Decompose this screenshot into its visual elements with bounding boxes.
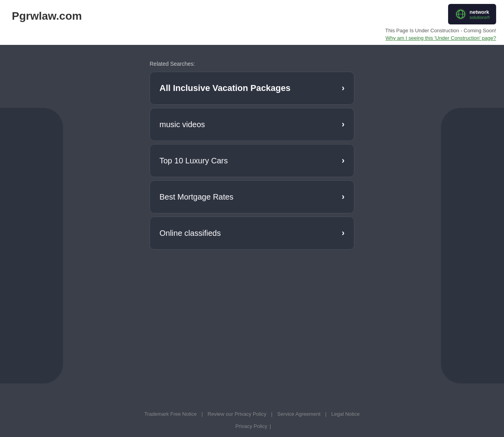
ns-logo-icon xyxy=(454,8,467,20)
status-text: This Page Is Under Construction - Coming… xyxy=(385,26,496,33)
privacy-separator: | xyxy=(270,423,271,429)
search-item-2[interactable]: music videos › xyxy=(150,108,354,141)
search-item-label-2: music videos xyxy=(159,120,205,129)
chevron-right-icon-4: › xyxy=(342,192,345,202)
related-searches-label: Related Searches: xyxy=(150,61,195,67)
legal-notice-link[interactable]: Legal Notice xyxy=(326,411,364,417)
main-content: Related Searches: All Inclusive Vacation… xyxy=(0,45,504,399)
search-item-5[interactable]: Online classifieds › xyxy=(150,217,354,250)
chevron-right-icon-5: › xyxy=(342,228,345,238)
chevron-right-icon-1: › xyxy=(342,83,345,93)
search-items-container: All Inclusive Vacation Packages › music … xyxy=(150,72,354,253)
search-item-label-5: Online classifieds xyxy=(159,229,221,238)
network-solutions-logo[interactable]: network solutions® xyxy=(448,4,496,24)
chevron-right-icon-3: › xyxy=(342,156,345,166)
review-privacy-policy-link[interactable]: Review our Privacy Policy xyxy=(203,411,271,417)
under-construction-link[interactable]: Why am I seeing this 'Under Construction… xyxy=(385,35,496,41)
footer: Trademark Free Notice | Review our Priva… xyxy=(0,399,504,437)
site-title: Pgrwlaw.com xyxy=(12,4,82,22)
search-item-label-3: Top 10 Luxury Cars xyxy=(159,156,228,165)
search-item-1[interactable]: All Inclusive Vacation Packages › xyxy=(150,72,354,105)
ns-logo-text: network solutions® xyxy=(469,9,490,20)
header-right: network solutions® This Page Is Under Co… xyxy=(385,4,496,41)
search-item-label-4: Best Mortgage Rates xyxy=(159,193,233,202)
search-item-label-1: All Inclusive Vacation Packages xyxy=(159,83,291,93)
header: Pgrwlaw.com network solutions® This Page… xyxy=(0,0,504,45)
service-agreement-link[interactable]: Service Agreement xyxy=(272,411,325,417)
chevron-right-icon-2: › xyxy=(342,119,345,130)
privacy-policy-link[interactable]: Privacy Policy xyxy=(233,423,270,429)
footer-privacy: Privacy Policy | xyxy=(233,423,271,429)
search-item-4[interactable]: Best Mortgage Rates › xyxy=(150,180,354,213)
trademark-free-notice-link[interactable]: Trademark Free Notice xyxy=(139,411,201,417)
search-item-3[interactable]: Top 10 Luxury Cars › xyxy=(150,144,354,177)
footer-links: Trademark Free Notice | Review our Priva… xyxy=(139,411,364,417)
